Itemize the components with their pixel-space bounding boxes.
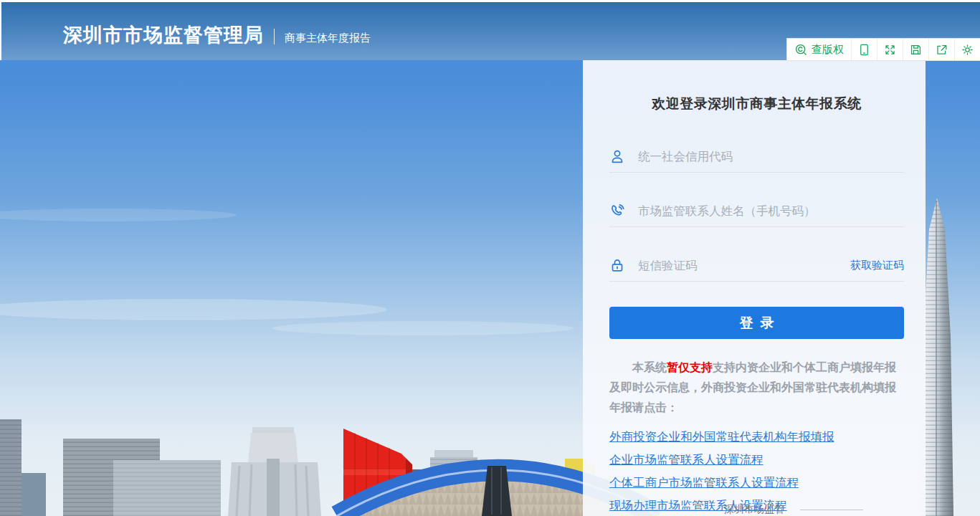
system-notice: 本系统暂仅支持支持内资企业和个体工商户填报年报及即时公示信息，外商投资企业和外国… xyxy=(609,358,904,418)
floppy-save-icon xyxy=(909,43,923,57)
lock-icon xyxy=(609,257,625,273)
share-button[interactable] xyxy=(928,39,954,60)
footer-text: 深圳市场监管 xyxy=(724,503,784,516)
accessibility-toolbar: 查版权 xyxy=(786,38,980,61)
copyright-search-icon xyxy=(794,43,808,57)
login-panel: 欢迎登录深圳市商事主体年报系统 获取验证码 xyxy=(583,60,926,516)
credit-code-input[interactable] xyxy=(637,149,904,164)
help-links: 外商投资企业和外国常驻代表机构年报填报 企业市场监管联系人设置流程 个体工商户市… xyxy=(609,429,904,514)
mobile-view-button[interactable] xyxy=(851,39,877,60)
panel-footer: 深圳市场监管 xyxy=(583,503,926,516)
get-code-link[interactable]: 获取验证码 xyxy=(850,259,904,272)
screen: 深圳市市场监督管理局 商事主体年度报告 查版权 xyxy=(0,0,980,516)
fullscreen-icon xyxy=(883,43,897,57)
sms-code-input[interactable] xyxy=(637,258,850,273)
settings-button[interactable] xyxy=(954,39,980,60)
tablet-icon xyxy=(857,43,871,57)
check-copyright-label: 查版权 xyxy=(812,43,844,57)
title-divider xyxy=(274,29,275,44)
fullscreen-button[interactable] xyxy=(877,39,903,60)
notice-prefix: 本系统 xyxy=(632,361,667,373)
link-foreign-annual-report[interactable]: 外商投资企业和外国常驻代表机构年报填报 xyxy=(609,429,904,445)
share-icon xyxy=(935,43,948,57)
credit-code-field-row xyxy=(609,140,904,173)
contact-name-field-row xyxy=(609,195,904,227)
check-copyright-button[interactable]: 查版权 xyxy=(787,39,851,60)
gear-icon xyxy=(961,43,974,57)
save-button[interactable] xyxy=(903,39,928,60)
notice-highlight: 暂仅支持 xyxy=(667,361,713,373)
site-title: 深圳市市场监督管理局 xyxy=(63,21,264,49)
login-title: 欢迎登录深圳市商事主体年报系统 xyxy=(609,95,904,113)
link-individual-contact-setup[interactable]: 个体工商户市场监管联系人设置流程 xyxy=(609,475,904,491)
footer-line-left xyxy=(645,510,708,510)
login-button[interactable]: 登录 xyxy=(609,307,904,339)
site-subtitle: 商事主体年度报告 xyxy=(285,32,371,45)
contact-name-input[interactable] xyxy=(637,204,904,219)
footer-line-right xyxy=(800,510,863,510)
link-enterprise-contact-setup[interactable]: 企业市场监管联系人设置流程 xyxy=(609,452,904,468)
user-icon xyxy=(609,148,625,164)
phone-icon xyxy=(609,203,625,219)
sms-code-field-row: 获取验证码 xyxy=(609,249,904,282)
